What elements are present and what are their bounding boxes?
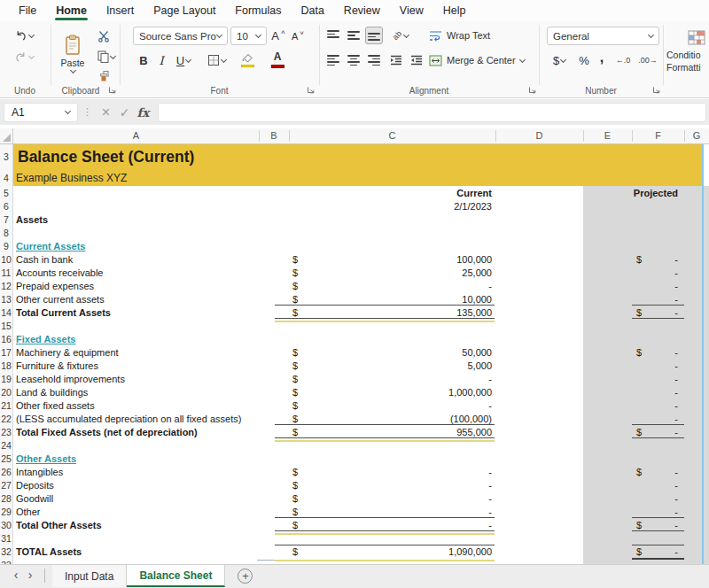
ribbon-tab-home[interactable]: Home: [46, 0, 97, 21]
cell-c18[interactable]: 5,000: [289, 360, 492, 371]
cell-c32[interactable]: 1,090,000: [289, 546, 492, 557]
row-header-31[interactable]: 31: [0, 533, 12, 544]
wrap-text-button[interactable]: Wrap Text: [429, 27, 500, 44]
ribbon-tab-review[interactable]: Review: [334, 0, 390, 21]
cell-f26[interactable]: -: [632, 467, 678, 477]
cell-f27[interactable]: -: [632, 480, 678, 491]
cancel-icon[interactable]: ×: [97, 104, 115, 120]
cell-c12[interactable]: -: [289, 281, 492, 291]
grow-font-button[interactable]: A˄: [269, 27, 287, 45]
merge-center-button[interactable]: Merge & Center: [429, 51, 535, 69]
align-bottom-button[interactable]: [365, 27, 383, 44]
cell-a11[interactable]: Accounts receivable: [16, 267, 103, 278]
fill-color-button[interactable]: [233, 51, 261, 69]
sheet-nav-prev-icon[interactable]: ‹: [9, 565, 23, 586]
align-center-button[interactable]: [345, 51, 362, 69]
ribbon-tab-page-layout[interactable]: Page Layout: [144, 0, 225, 21]
formula-input[interactable]: [158, 103, 706, 122]
cell-c20[interactable]: 1,000,000: [289, 387, 492, 398]
row-header-32[interactable]: 32: [0, 546, 12, 557]
cell-f14[interactable]: -: [632, 307, 678, 318]
font-size-select[interactable]: 10: [230, 27, 267, 45]
row-header-20[interactable]: 20: [0, 387, 12, 398]
cell-a14[interactable]: Total Current Assets: [16, 307, 111, 318]
align-middle-button[interactable]: [345, 27, 362, 44]
align-right-button[interactable]: [365, 51, 383, 69]
increase-decimal-button[interactable]: ←.0: [612, 51, 635, 69]
cell-a19[interactable]: Leasehold improvements: [16, 374, 125, 384]
decrease-indent-button[interactable]: [387, 51, 405, 69]
row-header-9[interactable]: 9: [0, 241, 12, 251]
bold-button[interactable]: B: [135, 51, 152, 69]
orientation-button[interactable]: ab: [387, 27, 414, 44]
cell-a25[interactable]: Other Assets: [16, 453, 76, 464]
cell-c14[interactable]: 135,000: [289, 307, 492, 318]
ribbon-tab-formulas[interactable]: Formulas: [225, 0, 291, 21]
redo-button[interactable]: [7, 48, 41, 66]
name-box[interactable]: A1: [4, 103, 78, 122]
ribbon-tab-data[interactable]: Data: [291, 0, 333, 21]
row-header-15[interactable]: 15: [0, 321, 12, 331]
cell-a29[interactable]: Other: [16, 507, 41, 517]
insert-function-icon[interactable]: fx: [134, 105, 152, 120]
row-header-11[interactable]: 11: [0, 267, 12, 278]
format-painter-button[interactable]: [92, 68, 115, 84]
cell-c21[interactable]: -: [289, 400, 492, 411]
cell-a28[interactable]: Goodwill: [16, 493, 53, 504]
cell-c5[interactable]: Current: [289, 188, 492, 198]
cell-c19[interactable]: -: [289, 374, 492, 384]
alignment-dialog-launcher[interactable]: [528, 86, 537, 95]
row-header-8[interactable]: 8: [0, 228, 12, 238]
col-header-B[interactable]: B: [259, 128, 289, 143]
cell-a10[interactable]: Cash in bank: [16, 254, 73, 265]
row-header-18[interactable]: 18: [0, 360, 12, 371]
cell-c10[interactable]: 100,000: [289, 254, 492, 265]
row-header-22[interactable]: 22: [0, 414, 12, 424]
cell-a13[interactable]: Other current assets: [16, 294, 105, 305]
col-header-G[interactable]: G: [684, 128, 709, 143]
row-header-5[interactable]: 5: [0, 188, 12, 198]
align-top-button[interactable]: [324, 27, 342, 44]
col-header-F[interactable]: F: [632, 128, 684, 143]
row-header-23[interactable]: 23: [0, 427, 12, 437]
cell-f12[interactable]: -: [632, 281, 678, 291]
cell-a9[interactable]: Current Assets: [16, 241, 85, 251]
cell-f30[interactable]: -: [632, 520, 678, 530]
cell-a17[interactable]: Machinery & equipment: [16, 347, 119, 358]
cell-a30[interactable]: Total Other Assets: [16, 520, 102, 530]
row-header-12[interactable]: 12: [0, 281, 12, 291]
row-header-3[interactable]: 3: [0, 151, 12, 162]
increase-indent-button[interactable]: [408, 51, 425, 69]
cell-f13[interactable]: -: [632, 294, 678, 305]
cell-a18[interactable]: Furniture & fixtures: [16, 360, 98, 371]
row-header-6[interactable]: 6: [0, 201, 12, 212]
row-header-24[interactable]: 24: [0, 440, 12, 451]
font-name-select[interactable]: Source Sans Pro: [133, 27, 228, 45]
cell-f28[interactable]: -: [632, 493, 678, 504]
cell-a4[interactable]: Example Business XYZ: [16, 172, 127, 184]
row-header-14[interactable]: 14: [0, 307, 12, 318]
sheet-tab-balance-sheet[interactable]: Balance Sheet: [127, 565, 225, 587]
add-sheet-button[interactable]: +: [238, 569, 253, 584]
cell-c6[interactable]: 2/1/2023: [289, 201, 492, 212]
percent-style-button[interactable]: %: [575, 51, 593, 69]
paste-button[interactable]: Paste: [55, 25, 90, 81]
cell-a21[interactable]: Other fixed assets: [16, 400, 95, 411]
row-header-30[interactable]: 30: [0, 520, 12, 530]
cell-f20[interactable]: -: [632, 387, 678, 398]
sheet-tab-input-data[interactable]: Input Data: [52, 565, 127, 587]
cell-a32[interactable]: TOTAL Assets: [16, 546, 82, 557]
ribbon-tab-insert[interactable]: Insert: [97, 0, 144, 21]
copy-button[interactable]: [92, 49, 121, 65]
cell-f21[interactable]: -: [632, 400, 678, 411]
decrease-decimal-button[interactable]: .00→: [636, 51, 659, 69]
row-header-29[interactable]: 29: [0, 507, 12, 517]
cell-c29[interactable]: -: [289, 507, 492, 517]
font-dialog-launcher[interactable]: [307, 86, 316, 95]
conditional-formatting-button[interactable]: Conditio Formatti: [666, 25, 709, 78]
row-header-25[interactable]: 25: [0, 453, 12, 464]
cell-a12[interactable]: Prepaid expenses: [16, 281, 94, 291]
cell-a7[interactable]: Assets: [16, 214, 48, 225]
row-header-28[interactable]: 28: [0, 493, 12, 504]
number-format-select[interactable]: General: [547, 27, 659, 45]
